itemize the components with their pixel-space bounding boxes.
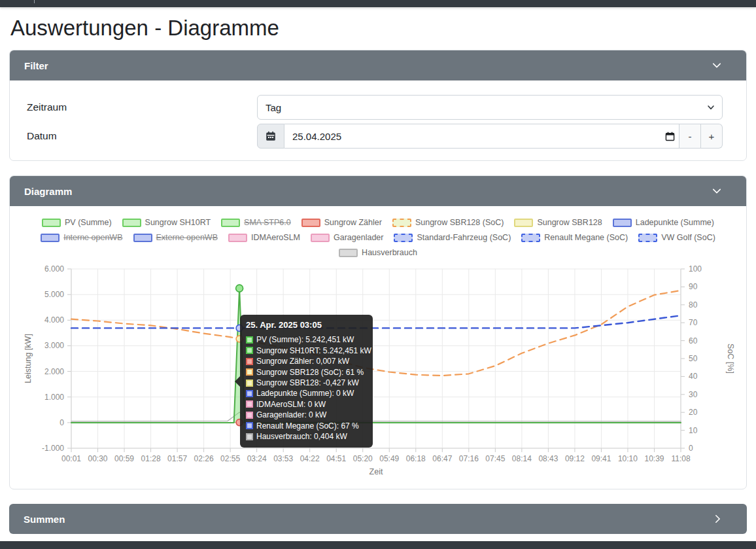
legend-label: Hausverbrauch — [362, 248, 417, 257]
diagram-chart[interactable]: 6.0005.0004.0003.0002.0001.0000-1.00000:… — [20, 262, 737, 480]
series-line — [71, 412, 681, 421]
legend-item[interactable]: Ladepunkte (Summe) — [613, 218, 714, 227]
svg-text:04:22: 04:22 — [300, 454, 320, 463]
tooltip-swatch — [246, 358, 253, 365]
legend-item[interactable]: Sungrow SBR128 (SoC) — [392, 218, 504, 227]
svg-text:100: 100 — [689, 264, 702, 274]
tooltip-row: Sungrow SBR128: -0,427 kW — [246, 378, 367, 388]
legend-label: Sungrow SBR128 (SoC) — [415, 218, 504, 227]
legend-row: PV (Summe)Sungrow SH10RTSMA STP6.0Sungro… — [20, 215, 736, 230]
tooltip-text: Sungrow SH10RT: 5.242,451 kW — [256, 345, 371, 356]
chevron-down-icon[interactable] — [712, 186, 721, 196]
svg-text:09:41: 09:41 — [591, 454, 611, 463]
diagram-panel-header[interactable]: Diagramm — [10, 176, 746, 206]
svg-text:07:45: 07:45 — [485, 454, 505, 463]
legend-item[interactable]: Sungrow SBR128 — [514, 218, 602, 227]
legend-item[interactable]: Hausverbrauch — [339, 248, 417, 257]
legend-label: SMA STP6.0 — [244, 218, 291, 227]
svg-text:2.000: 2.000 — [44, 367, 64, 376]
svg-text:08:43: 08:43 — [538, 454, 558, 463]
datum-label: Datum — [27, 130, 257, 142]
tooltip-row: Garagenlader: 0 kW — [246, 410, 367, 420]
svg-text:02:26: 02:26 — [194, 454, 214, 463]
tooltip-row: Ladepunkte (Summe): 0 kW — [246, 388, 367, 398]
legend-item[interactable]: IDMAeroSLM — [228, 233, 300, 242]
date-plus-button[interactable]: + — [701, 124, 723, 149]
svg-text:90: 90 — [689, 283, 698, 292]
legend-swatch — [42, 219, 61, 227]
legend-label: Sungrow Zähler — [324, 218, 382, 227]
tooltip-swatch — [246, 368, 253, 376]
chart-container: PV (Summe)Sungrow SH10RTSMA STP6.0Sungro… — [10, 206, 746, 489]
legend-label: Interne openWB — [63, 233, 122, 242]
chevron-down-icon[interactable] — [712, 61, 721, 70]
tooltip-text: IDMAeroSLM: 0 kW — [256, 399, 326, 410]
tooltip-text: Ladepunkte (Summe): 0 kW — [256, 388, 354, 398]
legend-label: VW Golf (SoC) — [661, 233, 715, 242]
chart-tooltip: 25. Apr. 2025 03:05 PV (Summe): 5.242,45… — [240, 315, 373, 448]
svg-text:01:57: 01:57 — [167, 454, 187, 463]
diagram-panel: Diagramm PV (Summe)Sungrow SH10RTSMA STP… — [9, 175, 747, 489]
tooltip-text: Sungrow Zähler: 0,007 kW — [256, 356, 349, 366]
summen-panel-header[interactable]: Summen — [9, 504, 747, 534]
legend-item[interactable]: VW Golf (SoC) — [638, 233, 715, 242]
tooltip-text: Hausverbrauch: 0,404 kW — [256, 431, 347, 442]
tooltip-text: Sungrow SBR128: -0,427 kW — [256, 378, 359, 388]
svg-text:SoC [%]: SoC [%] — [726, 344, 735, 374]
svg-text:6.000: 6.000 — [44, 264, 64, 274]
legend-item[interactable]: Standard-Fahrzeug (SoC) — [394, 233, 511, 242]
legend-item[interactable]: SMA STP6.0 — [221, 218, 291, 227]
chevron-right-icon[interactable] — [713, 514, 722, 523]
tooltip-row: Renault Megane (SoC): 67 % — [246, 421, 367, 431]
tooltip-row: Sungrow Zähler: 0,007 kW — [246, 356, 367, 366]
legend-swatch — [133, 234, 152, 242]
datum-row: Datum — [27, 124, 723, 149]
tooltip-text: Renault Megane (SoC): 67 % — [256, 421, 359, 431]
svg-text:11:08: 11:08 — [671, 454, 690, 463]
svg-text:70: 70 — [689, 318, 698, 327]
tooltip-swatch — [246, 336, 253, 344]
legend-label: Sungrow SBR128 — [537, 218, 602, 227]
legend-row: Interne openWBExterne openWBIDMAeroSLMGa… — [20, 230, 736, 245]
datum-input[interactable] — [284, 124, 679, 149]
calendar-button[interactable] — [257, 124, 284, 149]
svg-text:05:20: 05:20 — [353, 454, 373, 463]
svg-text:60: 60 — [689, 336, 698, 345]
svg-text:00:59: 00:59 — [114, 454, 134, 463]
tooltip-swatch — [246, 380, 253, 387]
svg-text:50: 50 — [689, 354, 698, 363]
tooltip-text: PV (Summe): 5.242,451 kW — [256, 334, 354, 345]
date-minus-button[interactable]: - — [679, 124, 701, 149]
filter-panel-body: Zeitraum Tag Datum — [10, 80, 746, 160]
svg-text:5.000: 5.000 — [44, 290, 64, 299]
legend-label: Ladepunkte (Summe) — [636, 218, 714, 227]
filter-panel-header[interactable]: Filter — [10, 50, 746, 80]
tooltip-row: IDMAeroSLM: 0 kW — [246, 399, 367, 410]
svg-text:01:28: 01:28 — [141, 454, 161, 463]
svg-text:1.000: 1.000 — [44, 393, 64, 402]
svg-text:06:18: 06:18 — [406, 454, 426, 463]
legend-item[interactable]: Interne openWB — [41, 233, 122, 242]
legend-swatch — [311, 234, 330, 242]
svg-text:Leistung [kW]: Leistung [kW] — [24, 334, 33, 383]
summen-panel-title: Summen — [24, 514, 65, 525]
zeitraum-select[interactable]: Tag — [257, 95, 723, 120]
svg-text:09:12: 09:12 — [565, 454, 585, 463]
legend-item[interactable]: PV (Summe) — [42, 218, 112, 227]
legend-item[interactable]: Externe openWB — [133, 233, 218, 242]
svg-text:04:51: 04:51 — [326, 454, 346, 463]
legend-item[interactable]: Sungrow SH10RT — [122, 218, 211, 227]
svg-text:30: 30 — [689, 390, 698, 399]
svg-text:10:10: 10:10 — [618, 454, 638, 463]
legend-swatch — [228, 234, 247, 242]
tooltip-row: Hausverbrauch: 0,404 kW — [246, 431, 367, 442]
datepicker-icon[interactable] — [660, 124, 679, 149]
legend-item[interactable]: Sungrow Zähler — [301, 218, 382, 227]
legend-swatch — [392, 219, 411, 227]
legend-item[interactable]: Garagenlader — [311, 233, 383, 242]
legend-item[interactable]: Renault Megane (SoC) — [521, 233, 628, 242]
navbar-cursor-tick — [34, 0, 35, 3]
series-line — [71, 315, 681, 328]
svg-text:-1.000: -1.000 — [42, 444, 64, 453]
legend-swatch — [41, 234, 60, 242]
